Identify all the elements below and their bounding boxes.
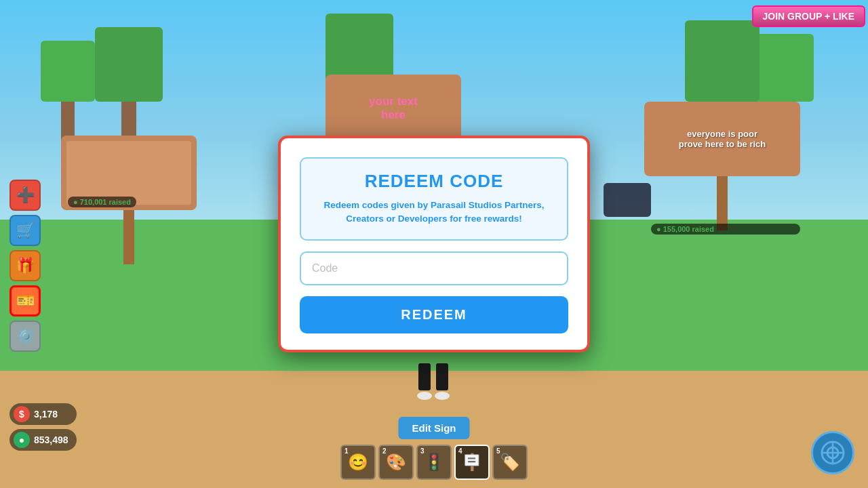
code-input[interactable] (300, 251, 568, 285)
redeem-modal: REDEEM CODE Redeem codes given by Parasa… (278, 136, 590, 353)
redeem-button[interactable]: REDEEM (300, 296, 568, 333)
modal-title-box: REDEEM CODE Redeem codes given by Parasa… (300, 157, 568, 241)
modal-subtitle: Redeem codes given by Parasail Studios P… (315, 199, 553, 226)
modal-title: REDEEM CODE (315, 171, 553, 192)
modal-overlay: REDEEM CODE Redeem codes given by Parasa… (0, 0, 868, 488)
